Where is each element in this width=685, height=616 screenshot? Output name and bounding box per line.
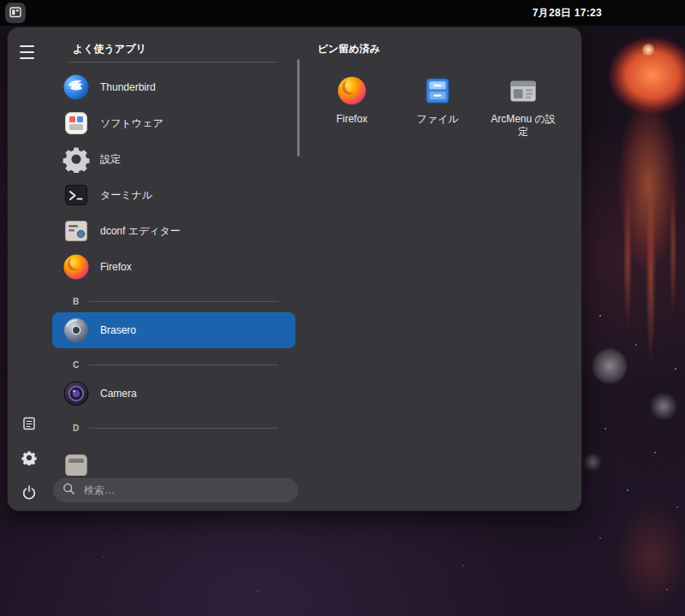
app-item-brasero[interactable]: Brasero <box>52 312 295 348</box>
generic-app-icon <box>63 452 90 476</box>
app-label: Thunderbird <box>100 81 156 93</box>
scrollbar-thumb[interactable] <box>297 59 300 157</box>
divider <box>69 62 278 62</box>
arcmenu-icon <box>9 5 22 21</box>
app-item-thunderbird[interactable]: Thunderbird <box>52 69 295 105</box>
divider <box>89 301 278 302</box>
section-letter: B <box>73 297 79 306</box>
app-item-software[interactable]: ソフトウェア <box>52 105 295 141</box>
app-label: ソフトウェア <box>100 116 164 131</box>
software-store-icon <box>63 110 90 137</box>
divider <box>89 428 278 429</box>
divider <box>89 364 278 365</box>
search-icon <box>63 483 75 499</box>
app-label: dconf エディター <box>100 224 181 239</box>
pinned-header: ピン留め済み <box>318 41 571 56</box>
app-item-camera[interactable]: Camera <box>52 376 295 412</box>
camera-icon <box>63 380 90 407</box>
app-list-scrollbar <box>297 59 300 470</box>
pinned-label: ArcMenu の設定 <box>486 113 560 139</box>
settings-shortcut-button[interactable] <box>18 447 40 470</box>
dconf-editor-icon <box>63 217 90 245</box>
app-label: Firefox <box>100 261 132 273</box>
app-item-terminal[interactable]: ターミナル <box>52 177 295 213</box>
top-bar: 7月28日 17:23 <box>0 0 685 26</box>
desktop: 7月28日 17:23 <box>0 0 685 616</box>
search-bar <box>52 477 299 503</box>
power-button[interactable] <box>18 482 40 504</box>
pinned-grid: Firefox ファイル <box>309 70 571 144</box>
clock[interactable]: 7月28日 17:23 <box>533 0 602 26</box>
brasero-icon <box>63 317 90 344</box>
terminal-icon <box>63 181 90 209</box>
app-list: よく使うアプリ Thunderbird <box>47 27 301 476</box>
thunderbird-icon <box>63 74 90 101</box>
arcmenu-popup: よく使うアプリ Thunderbird <box>7 27 582 512</box>
pinned-pane: ピン留め済み Firefox <box>309 27 571 144</box>
section-letter: C <box>73 360 79 370</box>
frequent-apps-header: よく使うアプリ <box>73 41 301 56</box>
list-icon <box>21 416 37 434</box>
files-icon <box>422 75 453 106</box>
search-input[interactable] <box>82 483 289 497</box>
section-D: D <box>73 417 278 439</box>
pinned-label: ファイル <box>416 113 458 126</box>
app-label: Camera <box>100 388 137 400</box>
pinned-item-files[interactable]: ファイル <box>395 70 480 144</box>
app-list-shortcut-button[interactable] <box>18 413 40 435</box>
section-letter: D <box>73 424 79 433</box>
pinned-item-firefox[interactable]: Firefox <box>309 70 395 144</box>
app-item-clipped[interactable] <box>52 447 295 476</box>
gear-icon <box>21 450 37 468</box>
section-B: B <box>73 290 278 312</box>
app-item-firefox[interactable]: Firefox <box>52 249 295 285</box>
arcmenu-panel-button[interactable] <box>5 3 26 23</box>
app-item-settings[interactable]: 設定 <box>52 141 295 177</box>
firefox-icon <box>63 253 90 281</box>
settings-gear-icon <box>63 145 90 173</box>
app-label: 設定 <box>100 152 121 167</box>
menu-hamburger-button[interactable] <box>20 45 39 59</box>
firefox-icon <box>337 75 367 106</box>
app-label: Brasero <box>100 324 136 336</box>
arcmenu-settings-icon <box>508 75 539 106</box>
pinned-item-arcmenu-settings[interactable]: ArcMenu の設定 <box>480 70 566 144</box>
pinned-label: Firefox <box>337 113 368 126</box>
section-C: C <box>73 353 278 376</box>
app-item-dconf-editor[interactable]: dconf エディター <box>52 213 295 249</box>
app-label: ターミナル <box>100 188 152 203</box>
power-icon <box>21 484 37 502</box>
